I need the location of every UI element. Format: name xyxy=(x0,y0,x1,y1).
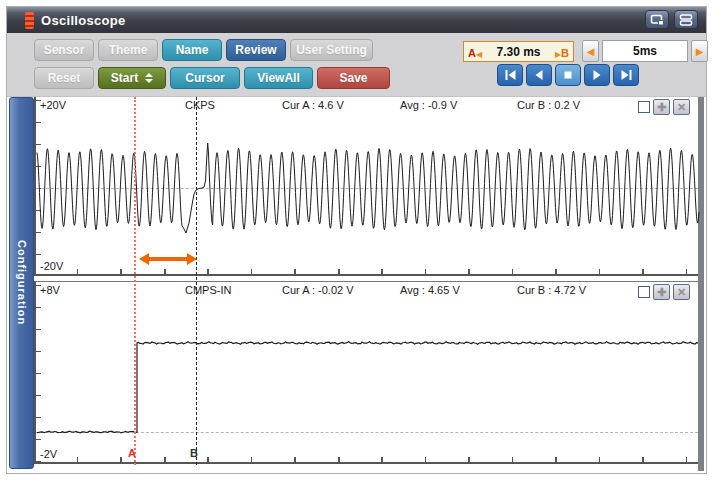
title-bar: Oscilloscope xyxy=(7,7,706,33)
cursor-span-arrow xyxy=(149,257,187,261)
timebase-value: 5ms xyxy=(602,40,688,62)
sensor-button[interactable]: Sensor xyxy=(34,39,94,61)
scope-area: Configuration +20V -20V CKPS Cur A : 4.6… xyxy=(7,97,706,471)
ch1-avg-value: Avg : -0.9 V xyxy=(400,99,457,111)
viewall-button[interactable]: ViewAll xyxy=(244,67,313,89)
app-icon xyxy=(25,12,34,29)
play-button[interactable] xyxy=(584,64,610,86)
ch1-zoom-in-button[interactable]: ✚ xyxy=(653,99,670,115)
close-icon: ✕ xyxy=(677,102,686,113)
skip-to-start-button[interactable] xyxy=(497,64,523,86)
cascade-window-button[interactable] xyxy=(645,10,669,29)
step-back-icon xyxy=(533,69,545,81)
cursor-delta-time: 7.30 ms xyxy=(496,45,540,59)
play-icon xyxy=(591,69,603,81)
ch1-select-checkbox[interactable] xyxy=(638,101,650,113)
plus-icon: ✚ xyxy=(657,287,666,298)
ch1-range-top-label: +20V xyxy=(40,99,66,111)
cursor-a-line[interactable] xyxy=(134,97,136,465)
review-button[interactable]: Review xyxy=(226,39,286,61)
cursor-b-label: B xyxy=(190,447,198,459)
timebase-decrease-button[interactable]: ◀ xyxy=(582,40,599,62)
ch2-range-top-label: +8V xyxy=(40,284,60,296)
ch2-select-checkbox[interactable] xyxy=(638,286,650,298)
plus-icon: ✚ xyxy=(657,102,666,113)
start-button-label: Start xyxy=(111,71,138,85)
ch2-cursor-b-value: Cur B : 4.72 V xyxy=(517,284,586,296)
stop-button[interactable] xyxy=(555,64,581,86)
ch1-cursor-b-value: Cur B : 0.2 V xyxy=(517,99,580,111)
oscilloscope-window: Oscilloscope Sensor Theme Name xyxy=(6,6,707,474)
waveform-panes: +20V -20V CKPS Cur A : 4.6 V Avg : -0.9 … xyxy=(34,97,698,471)
cascade-window-icon xyxy=(650,14,665,26)
start-button[interactable]: Start xyxy=(98,67,166,89)
ch2-zoom-in-button[interactable]: ✚ xyxy=(653,284,670,300)
cursor-time-readout: A◀ 7.30 ms ▶B xyxy=(463,41,574,62)
ch1-name-label: CKPS xyxy=(185,99,215,111)
skip-to-end-icon xyxy=(620,69,633,81)
save-button[interactable]: Save xyxy=(317,67,390,89)
ch1-close-button[interactable]: ✕ xyxy=(673,99,690,115)
close-icon: ✕ xyxy=(677,287,686,298)
timebase-increase-button[interactable]: ▶ xyxy=(691,40,708,62)
step-back-button[interactable] xyxy=(526,64,552,86)
ch2-avg-value: Avg : 4.65 V xyxy=(400,284,460,296)
reset-button[interactable]: Reset xyxy=(34,67,94,89)
stack-windows-icon xyxy=(679,14,693,26)
stop-icon xyxy=(562,69,574,81)
ch2-close-button[interactable]: ✕ xyxy=(673,284,690,300)
theme-button[interactable]: Theme xyxy=(98,39,158,61)
readout-a-label: A xyxy=(468,47,476,59)
ch2-cursor-a-value: Cur A : -0.02 V xyxy=(282,284,354,296)
ch1-range-bottom-label: -20V xyxy=(40,260,63,272)
cursor-button[interactable]: Cursor xyxy=(170,67,240,89)
toolbar: Sensor Theme Name Review User Setting Re… xyxy=(7,33,706,97)
skip-to-start-icon xyxy=(504,69,517,81)
skip-to-end-button[interactable] xyxy=(613,64,639,86)
readout-a-left-arrow-icon[interactable]: ◀ xyxy=(476,50,482,59)
readout-b-label: B xyxy=(561,47,569,59)
ch1-cursor-a-value: Cur A : 4.6 V xyxy=(282,99,344,111)
user-setting-button[interactable]: User Setting xyxy=(290,39,373,61)
configuration-tab[interactable]: Configuration xyxy=(9,97,34,469)
name-button[interactable]: Name xyxy=(162,39,222,61)
cursor-b-line[interactable] xyxy=(196,97,197,465)
cursor-a-label: A xyxy=(128,447,136,459)
ch2-range-bottom-label: -2V xyxy=(40,448,57,460)
start-spinner-icon xyxy=(145,73,153,83)
stack-windows-button[interactable] xyxy=(674,10,698,29)
window-title: Oscilloscope xyxy=(41,13,126,28)
ch2-name-label: CMPS-IN xyxy=(185,284,231,296)
